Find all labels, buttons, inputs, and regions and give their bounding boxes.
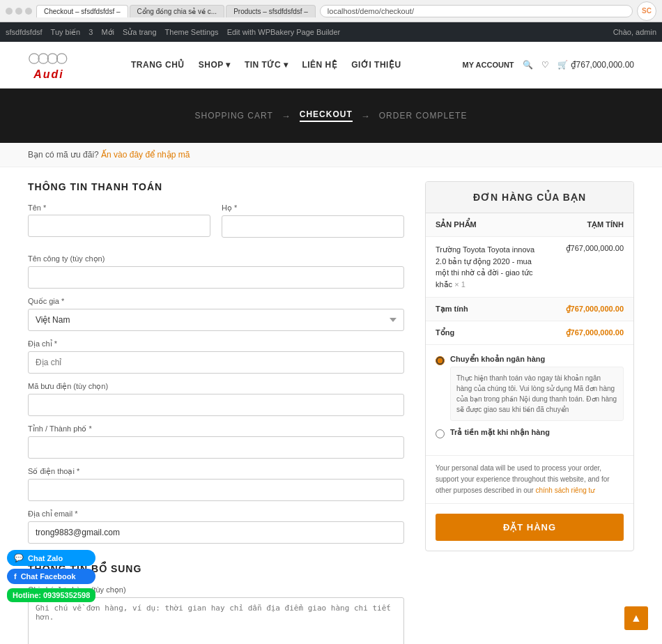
admin-greeting: Chào, admin: [613, 28, 656, 36]
main-content: THÔNG TIN THANH TOÁN Tên * Họ * Tên công…: [0, 167, 662, 644]
total-row: Tổng ₫767,000,000.00: [426, 321, 633, 345]
radio-bank-transfer[interactable]: [436, 356, 445, 365]
scroll-top-button[interactable]: ▲: [624, 606, 648, 630]
step-shopping-cart[interactable]: SHOPPING CART: [195, 111, 273, 121]
chat-zalo-button[interactable]: 💬 Chat Zalo: [7, 550, 95, 566]
first-name-input[interactable]: [28, 215, 210, 237]
address-group: Địa chỉ *: [28, 339, 404, 374]
checkout-progress: SHOPPING CART → CHECKOUT → ORDER COMPLET…: [0, 89, 662, 143]
name-row: Tên * Họ *: [28, 204, 404, 246]
order-summary-title: ĐƠN HÀNG CỦA BẠN: [426, 182, 633, 213]
phone-label: Số điện thoại *: [28, 467, 404, 476]
address-input[interactable]: [28, 351, 404, 374]
product-price: ₫767,000,000.00: [556, 237, 633, 298]
search-icon[interactable]: 🔍: [523, 60, 533, 70]
facebook-icon: f: [14, 572, 17, 581]
step-order-complete[interactable]: ORDER COMPLETE: [379, 111, 468, 121]
email-group: Địa chỉ email *: [28, 509, 404, 544]
admin-comments[interactable]: 3: [88, 28, 93, 36]
cart-button[interactable]: 🛒 ₫767,000,000.00: [557, 60, 634, 70]
my-account-link[interactable]: MY ACCOUNT: [463, 61, 514, 69]
arrow-2: →: [361, 111, 371, 121]
tab-products[interactable]: Products – sfsdfdsfdsf –: [226, 5, 316, 17]
arrow-1: →: [282, 111, 291, 121]
svg-point-3: [56, 54, 66, 63]
cod-label: Trả tiền mặt khi nhận hàng: [450, 428, 550, 437]
admin-customize[interactable]: Tuy biến: [51, 28, 81, 37]
bank-transfer-description: Thực hiện thanh toán vào ngay tài khoản …: [450, 367, 624, 421]
total-label: Tổng: [426, 321, 556, 345]
main-nav: TRANG CHỦ SHOP ▾ TIN TỨC ▾ LIÊN HỆ GIỚI …: [131, 60, 401, 70]
company-input[interactable]: [28, 266, 404, 289]
country-select[interactable]: Việt Nam: [28, 309, 404, 331]
bank-transfer-label: Chuyển khoản ngân hàng: [450, 355, 624, 364]
nav-lien-he[interactable]: LIÊN HỆ: [302, 60, 337, 70]
subtotal-label: Tạm tính: [426, 298, 556, 321]
place-order-button[interactable]: ĐẶT HÀNG: [436, 514, 624, 541]
window-controls[interactable]: [6, 8, 32, 15]
city-input[interactable]: [28, 436, 404, 459]
nav-gioi-thieu[interactable]: GIỚI THIỆU: [351, 60, 401, 70]
admin-new[interactable]: Mới: [101, 28, 114, 37]
nav-actions: MY ACCOUNT 🔍 ♡ 🛒 ₫767,000,000.00: [463, 60, 634, 70]
chat-facebook-button[interactable]: f Chat Facebook: [7, 569, 95, 584]
postcode-group: Mã bưu điện (tùy chọn): [28, 382, 404, 416]
chat-phone-button[interactable]: Hotline: 09395352598: [7, 588, 95, 602]
subtotal-value: ₫767,000,000.00: [556, 298, 633, 321]
svg-point-2: [47, 54, 57, 63]
col-product-header: SẢN PHẨM: [426, 213, 556, 237]
cart-icon: 🛒: [557, 60, 568, 70]
address-bar[interactable]: localhost/demo/checkout/: [320, 5, 633, 17]
radio-cod[interactable]: [436, 429, 445, 438]
last-name-input[interactable]: [222, 215, 404, 238]
billing-title: THÔNG TIN THANH TOÁN: [28, 181, 404, 192]
admin-edit-page[interactable]: Sửa trang: [123, 28, 157, 37]
city-label: Tỉnh / Thành phố *: [28, 424, 404, 434]
browser-chrome: Checkout – sfsdfdsfdsf – Cổng đồng chia …: [0, 0, 662, 22]
subtotal-row: Tạm tính ₫767,000,000.00: [426, 298, 633, 321]
zalo-label: Chat Zalo: [28, 554, 63, 562]
email-input[interactable]: [28, 521, 404, 544]
site-header: Audi TRANG CHỦ SHOP ▾ TIN TỨC ▾ LIÊN HỆ …: [0, 42, 662, 89]
svg-point-1: [38, 54, 48, 63]
progress-steps: SHOPPING CART → CHECKOUT → ORDER COMPLET…: [0, 109, 662, 122]
phone-label: Hotline: 09395352598: [13, 591, 90, 599]
order-note-textarea[interactable]: [28, 597, 404, 644]
order-table: SẢN PHẨM TẠM TÍNH Trường Toyota Toyota i…: [426, 213, 633, 345]
product-name: Trường Toyota Toyota innova 2.0 bản tự đ…: [436, 245, 534, 289]
admin-theme-settings[interactable]: Theme Settings: [165, 28, 219, 36]
tab-checkout[interactable]: Checkout – sfsdfdsfdsf –: [36, 5, 128, 17]
payment-options: Chuyển khoản ngân hàng Thực hiện thanh t…: [426, 345, 633, 456]
city-group: Tỉnh / Thành phố *: [28, 424, 404, 459]
tab-cong-dong[interactable]: Cổng đồng chia sẻ về c...: [130, 5, 225, 17]
first-name-label: Tên *: [28, 204, 210, 212]
promo-link[interactable]: Ấn vào đây để nhập mã: [101, 150, 190, 160]
promo-bar: Bạn có mã ưu đãi? Ấn vào đây để nhập mã: [0, 143, 662, 167]
address-label: Địa chỉ *: [28, 339, 404, 348]
step-checkout[interactable]: CHECKOUT: [300, 109, 353, 122]
nav-tin-tuc[interactable]: TIN TỨC ▾: [245, 60, 288, 70]
order-summary: ĐƠN HÀNG CỦA BẠN SẢN PHẨM TẠM TÍNH Trườn…: [425, 181, 634, 551]
zalo-icon: 💬: [14, 553, 24, 562]
col-subtotal-header: TẠM TÍNH: [556, 213, 633, 237]
last-name-group: Họ *: [222, 204, 404, 238]
wishlist-icon[interactable]: ♡: [541, 60, 549, 70]
nav-trang-chu[interactable]: TRANG CHỦ: [131, 60, 185, 70]
promo-text: Bạn có mã ưu đãi?: [28, 150, 99, 160]
browser-tabs[interactable]: Checkout – sfsdfdsfdsf – Cổng đồng chia …: [36, 5, 316, 17]
admin-site-name[interactable]: sfsdfdsfdsf: [6, 28, 43, 36]
privacy-link[interactable]: chính sách riêng tư: [535, 486, 594, 494]
postcode-input[interactable]: [28, 394, 404, 416]
total-value: ₫767,000,000.00: [556, 321, 633, 345]
site-logo[interactable]: Audi: [28, 49, 70, 81]
cart-amount: ₫767,000,000.00: [571, 60, 634, 70]
phone-input[interactable]: [28, 479, 404, 501]
privacy-notice: Your personal data will be used to proce…: [426, 456, 633, 504]
payment-bank-transfer: Chuyển khoản ngân hàng Thực hiện thanh t…: [436, 355, 624, 421]
svg-point-0: [29, 54, 39, 63]
email-label: Địa chỉ email *: [28, 509, 404, 519]
company-group: Tên công ty (tùy chọn): [28, 254, 404, 289]
admin-wpbakery[interactable]: Edit with WPBakery Page Builder: [227, 28, 341, 36]
first-name-group: Tên *: [28, 204, 210, 238]
nav-shop[interactable]: SHOP ▾: [199, 60, 231, 70]
